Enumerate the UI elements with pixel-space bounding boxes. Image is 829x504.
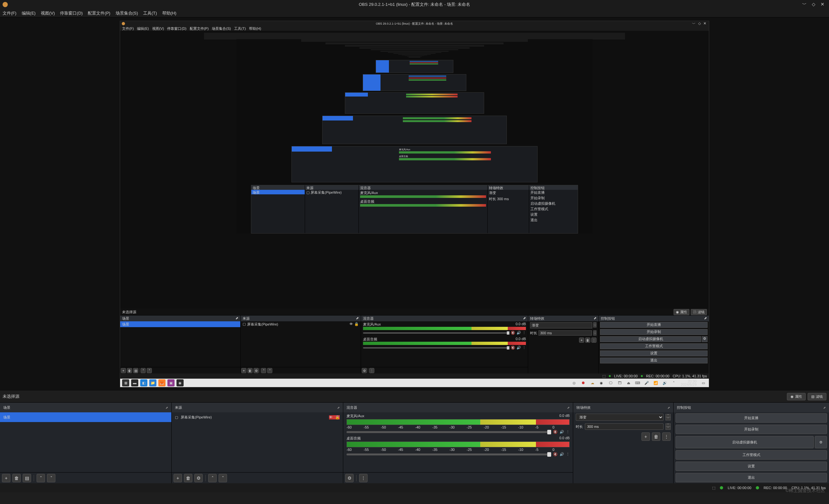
rec-timer: REC: 00:00:00	[764, 486, 787, 490]
add-transition-button[interactable]: +	[642, 432, 650, 441]
menu-edit[interactable]: 编辑(E)	[22, 10, 36, 16]
docks-row: 场景⬈ 场景 + 🗑 ▤ ˄ ˅ 来源⬈ ▢ 屏幕采集(PipeWire) 👁🔒…	[0, 402, 829, 483]
sources-dock: 来源⬈ ▢ 屏幕采集(PipeWire) 👁🔒 + 🗑 ⚙ ˄ ˅	[172, 403, 343, 483]
visibility-icon[interactable]: 👁	[329, 415, 332, 420]
scene-item[interactable]: 场景	[0, 412, 171, 422]
files-icon[interactable]: 📁	[149, 379, 156, 387]
scenes-dock: 场景⬈ 场景 + 🗑 ▤ ˄ ˅	[0, 403, 172, 483]
remove-transition-button[interactable]: 🗑	[652, 432, 660, 441]
meter-ticks: -60-55-50-45-40-35-30-25-20-15-10-50	[347, 447, 570, 452]
remove-scene-button[interactable]: 🗑	[12, 474, 21, 482]
popout-icon[interactable]: ⬈	[823, 406, 826, 409]
menubar: 文件(F) 编辑(E) 视图(V) 停靠窗口(D) 配置文件(P) 场景集合(S…	[0, 9, 829, 17]
tray-icon[interactable]: ˄	[670, 379, 678, 387]
spinner-down[interactable]: ˅	[665, 417, 671, 421]
properties-button[interactable]: ◉ 属性	[787, 393, 806, 400]
spinner-down[interactable]: ˅	[665, 427, 671, 430]
terminal-icon[interactable]: ▣	[168, 379, 175, 387]
tray-icon[interactable]: 🎤	[643, 379, 650, 387]
screen-capture-icon: ▢	[175, 415, 178, 420]
scene-up-button[interactable]: ˄	[37, 474, 45, 482]
mute-icon[interactable]: 🔇	[553, 452, 557, 456]
tray-icon[interactable]: ☁	[589, 379, 596, 387]
virtualcam-settings-button[interactable]: ⚙	[815, 436, 827, 448]
mute-icon[interactable]: 🔇	[553, 430, 557, 434]
scene-filters-button[interactable]: ▤	[23, 474, 31, 482]
controls-dock: 控制按钮⬈ 开始直播 开始录制 启动虚拟摄像机 ⚙ 工作室模式 设置 退出	[674, 403, 829, 483]
activities-icon[interactable]: ⊞	[122, 379, 129, 387]
mixer-settings-button[interactable]: ⚙	[345, 474, 354, 482]
statusbar: ⬚ LIVE: 00:00:00 REC: 00:00:00 CPU: 1.1%…	[0, 483, 829, 492]
menu-profile[interactable]: 配置文件(P)	[88, 10, 110, 16]
tray-icon[interactable]: ⌨	[634, 379, 641, 387]
transition-type-select[interactable]: 渐变	[576, 413, 663, 421]
popout-icon[interactable]: ⬈	[567, 406, 570, 409]
tray-icon[interactable]: ⏏	[625, 379, 632, 387]
source-down-button[interactable]: ˅	[219, 474, 227, 482]
tray-icon[interactable]: ◎	[571, 379, 578, 387]
source-properties-button[interactable]: ⚙	[194, 474, 203, 482]
start-virtualcam-button[interactable]: 启动虚拟摄像机	[676, 436, 814, 448]
nested-taskbar: ⊞ ▬ ◧ 📁 🦊 ▣ ◉ ◎ ☁ ◉ 🖵 🗔 ⏏ ⌨ 🎤 📶 🔊 ˄ 20:3…	[120, 379, 709, 387]
duration-input[interactable]	[585, 423, 663, 430]
settings-button[interactable]: 设置	[676, 462, 827, 471]
menu-scenecol[interactable]: 场景集合(S)	[116, 10, 138, 16]
mic-volume-slider[interactable]	[347, 431, 551, 433]
mixer-menu-button[interactable]: ⋮	[359, 474, 367, 482]
scene-down-button[interactable]: ˅	[47, 474, 56, 482]
menu-help[interactable]: 帮助(H)	[162, 10, 177, 16]
start-recording-button[interactable]: 开始录制	[676, 425, 827, 434]
transitions-title: 转场特效	[576, 405, 591, 410]
desktop-volume-slider[interactable]	[347, 454, 551, 456]
popout-icon[interactable]: ⬈	[337, 406, 340, 409]
live-status-icon	[720, 486, 723, 490]
taskbar-app-icon[interactable]: ◧	[140, 379, 147, 387]
menu-dock[interactable]: 停靠窗口(D)	[60, 10, 82, 16]
tray-icon[interactable]: 🔊	[661, 379, 669, 387]
more-icon[interactable]: ⋮	[566, 430, 570, 434]
tray-icon[interactable]: ◉	[598, 379, 605, 387]
volume-icon[interactable]: 🔊	[560, 452, 564, 456]
menu-view[interactable]: 视图(V)	[41, 10, 55, 16]
start-streaming-button[interactable]: 开始直播	[676, 413, 827, 423]
titlebar: OBS 29.0.2.1-1+b1 (linux) - 配置文件: 未命名 - …	[0, 0, 829, 9]
mixer-dock: 混音器⬈ 麦克风/Aux0.0 dB -60-55-50-45-40-35-30…	[343, 403, 573, 483]
taskbar-app-icon[interactable]: ▬	[131, 379, 138, 387]
spinner-up[interactable]: ˄	[665, 414, 671, 417]
add-scene-button[interactable]: +	[2, 474, 10, 482]
mic-meter	[347, 419, 570, 425]
dock-layout-icon[interactable]: ⬚	[712, 486, 715, 490]
tray-icon[interactable]: 🖵	[607, 379, 614, 387]
menu-file[interactable]: 文件(F)	[3, 10, 16, 16]
tray-icon[interactable]	[580, 379, 587, 387]
exit-button[interactable]: 退出	[676, 473, 827, 482]
menu-tools[interactable]: 工具(T)	[143, 10, 157, 16]
source-item[interactable]: ▢ 屏幕采集(PipeWire) 👁🔒	[172, 412, 343, 422]
firefox-icon[interactable]: 🦊	[158, 379, 166, 387]
tray-icon[interactable]: 📶	[652, 379, 659, 387]
more-icon[interactable]: ⋮	[566, 452, 570, 456]
spinner-up[interactable]: ˄	[665, 423, 671, 427]
source-up-button[interactable]: ˄	[208, 474, 217, 482]
preview-canvas[interactable]: OBS 29.0.2.1-1+b1 (linux) - 配置文件: 未命名 - …	[0, 17, 829, 391]
studio-mode-button[interactable]: 工作室模式	[676, 450, 827, 460]
no-source-bar: 未选择源 ◉ 属性 ▧ 滤镜	[0, 391, 829, 402]
rec-status-icon	[756, 486, 759, 490]
lock-icon[interactable]: 🔒	[335, 415, 340, 420]
transition-menu-button[interactable]: ⋮	[662, 432, 671, 441]
show-desktop-icon[interactable]: ▭	[700, 379, 707, 387]
watermark: ©稀土掘金技术社区	[786, 488, 825, 494]
obs-icon[interactable]: ◉	[177, 379, 184, 387]
volume-icon[interactable]: 🔊	[560, 430, 564, 434]
popout-icon[interactable]: ⬈	[166, 406, 168, 409]
mixer-channel-mic: 麦克风/Aux0.0 dB -60-55-50-45-40-35-30-25-2…	[343, 412, 573, 435]
add-source-button[interactable]: +	[174, 474, 182, 482]
meter-ticks: -60-55-50-45-40-35-30-25-20-15-10-50	[347, 425, 570, 429]
popout-icon[interactable]: ⬈	[668, 406, 670, 409]
scenes-title: 场景	[3, 405, 10, 410]
live-timer: LIVE: 00:00:00	[728, 486, 751, 490]
remove-source-button[interactable]: 🗑	[184, 474, 192, 482]
filters-button[interactable]: ▧ 滤镜	[807, 393, 826, 400]
mixer-title: 混音器	[347, 405, 357, 410]
tray-icon[interactable]: 🗔	[616, 379, 623, 387]
